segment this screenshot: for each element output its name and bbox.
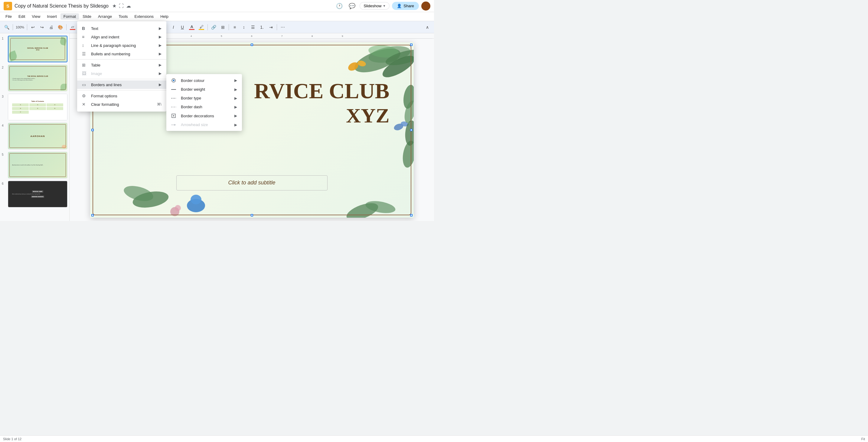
border-weight-label: Border weight (181, 87, 205, 92)
text-color-button[interactable]: A (187, 23, 196, 31)
slide-thumb-2[interactable]: THE SOCIAL SERVICE CLUB • It lends suppo… (8, 65, 67, 91)
slide-num-2: 2 (2, 65, 6, 69)
format-image-item: 🖼 Image ▶ (77, 69, 166, 78)
selection-handle-bottom-right[interactable] (410, 214, 412, 217)
undo-button[interactable]: ↩ (29, 23, 37, 31)
border-weight-item[interactable]: Border weight ▶ (166, 85, 242, 94)
redo-button[interactable]: ↪ (38, 23, 46, 31)
slide-thumb-6[interactable]: MEDICAL CAMP A free medical and eye chec… (8, 181, 67, 208)
menu-edit[interactable]: Edit (16, 13, 28, 20)
format-bullets-item[interactable]: ☰ Bullets and numbering ▶ (77, 50, 166, 58)
underline-button[interactable]: U (178, 23, 187, 31)
slide-thumb-inner-6: MEDICAL CAMP A free medical and eye chec… (8, 181, 67, 207)
slide-item-5[interactable]: 5 Aarohan strives to work for the welfar… (2, 152, 67, 178)
selection-handle-middle-right[interactable] (410, 129, 412, 131)
slide-item-6[interactable]: 6 MEDICAL CAMP A free medical and eye ch… (2, 181, 67, 208)
format-menu-section-3: ▭ Borders and lines ▶ (77, 79, 166, 90)
slide-6-content: A free medical and eye check-up is condu… (12, 193, 63, 195)
text-color-bar (189, 29, 194, 30)
print-button[interactable]: 🖨 (47, 23, 55, 31)
subtitle-placeholder[interactable]: Click to add subtitle (176, 175, 328, 190)
star-icon[interactable]: ★ (112, 3, 117, 9)
share-label: Share (403, 4, 414, 8)
clear-formatting-label: Clear formatting (91, 102, 119, 107)
format-table-item[interactable]: ⊞ Table ▶ (77, 61, 166, 69)
indent-button[interactable]: ⇥ (267, 23, 275, 31)
menu-view[interactable]: View (29, 13, 43, 20)
border-type-item[interactable]: Border type ▶ (166, 94, 242, 102)
cloud-icon[interactable]: ☁ (126, 3, 131, 9)
selection-handle-top-center[interactable] (251, 43, 253, 46)
border-decorations-icon (171, 114, 178, 118)
format-spacing-item[interactable]: ↕ Line & paragraph spacing ▶ (77, 41, 166, 50)
format-options-item[interactable]: ⚙ Format options (77, 92, 166, 100)
table-menu-icon: ⊞ (82, 63, 88, 67)
slide-item-2[interactable]: 2 THE SOCIAL SERVICE CLUB • It lends sup… (2, 65, 67, 91)
arrowhead-size-icon (171, 123, 178, 126)
menu-help[interactable]: Help (157, 13, 172, 20)
svg-point-24 (122, 183, 155, 203)
svg-text:6: 6 (251, 35, 252, 37)
align-button[interactable]: ≡ (230, 23, 239, 31)
history-button[interactable]: 🕐 (334, 1, 344, 10)
menu-slide[interactable]: Slide (80, 13, 94, 20)
menu-arrange[interactable]: Arrange (95, 13, 115, 20)
border-decorations-item[interactable]: Border decorations ▶ (166, 111, 242, 120)
slide-item-4[interactable]: 4 AAROHAN (2, 123, 67, 149)
selection-handle-middle-left[interactable] (91, 129, 94, 131)
bullets-arrow-icon: ▶ (159, 52, 161, 56)
insert-button[interactable]: ⊞ (219, 23, 227, 31)
border-colour-item[interactable]: Border colour ▶ (166, 76, 242, 85)
share-button[interactable]: 👤 Share (392, 2, 419, 10)
list-button[interactable]: ☰ (249, 23, 257, 31)
selection-handle-top-right[interactable] (410, 43, 412, 46)
avatar[interactable] (421, 1, 430, 10)
italic-button[interactable]: I (169, 23, 178, 31)
line-spacing-button[interactable]: ↕ (240, 23, 248, 31)
menu-tools[interactable]: Tools (116, 13, 131, 20)
numbered-list-button[interactable]: 1. (258, 23, 266, 31)
collapse-toolbar-button[interactable]: ∧ (423, 23, 432, 31)
slide-thumb-4[interactable]: AAROHAN (8, 123, 67, 149)
more-button[interactable]: ⋯ (279, 23, 287, 31)
search-button[interactable]: 🔍 (2, 23, 11, 31)
slide-thumb-1[interactable]: SOCIAL SERVICE CLUBXYZ (8, 36, 67, 62)
border-type-icon (171, 98, 178, 99)
selection-handle-bottom-left[interactable] (91, 214, 94, 217)
format-text-item[interactable]: B Text ▶ (77, 24, 166, 33)
svg-point-16 (357, 60, 367, 67)
bullets-menu-icon: ☰ (82, 52, 88, 56)
format-align-item[interactable]: ≡ Align and indent ▶ (77, 33, 166, 41)
divider-2 (27, 24, 27, 30)
slide-thumb-3[interactable]: Table of Contents 01 02 03 04 05 06 07 (8, 94, 67, 120)
menu-insert[interactable]: Insert (44, 13, 60, 20)
menu-extensions[interactable]: Extensions (131, 13, 157, 20)
highlight-button[interactable]: 🖊 (197, 23, 206, 31)
zoom-button[interactable]: 100% (14, 23, 25, 31)
menu-file[interactable]: File (2, 13, 15, 20)
border-dash-item[interactable]: Border dash ▶ (166, 102, 242, 111)
slide-thumb-5[interactable]: Aarohan strives to work for the welfare … (8, 152, 67, 178)
doc-title[interactable]: Copy of Natural Science Thesis by Slides… (14, 3, 108, 9)
arrowhead-size-item: Arrowhead size ▶ (166, 120, 242, 129)
border-type-label: Border type (181, 96, 201, 100)
comment-button[interactable]: 💬 (347, 1, 357, 10)
selection-handle-bottom-center[interactable] (251, 214, 253, 217)
format-text-label: Text (91, 26, 98, 31)
menu-format[interactable]: Format (61, 13, 79, 20)
link-button[interactable]: 🔗 (209, 23, 218, 31)
format-borders-item[interactable]: ▭ Borders and lines ▶ (77, 81, 166, 89)
border-decorations-arrow-icon: ▶ (235, 114, 237, 118)
paint-format-button[interactable]: 🎨 (56, 23, 65, 31)
border-colour-arrow-icon: ▶ (235, 78, 237, 83)
clear-formatting-item[interactable]: ✕ Clear formatting ⌘\ (77, 100, 166, 108)
slide-item-3[interactable]: 3 Table of Contents 01 02 03 04 05 06 07 (2, 94, 67, 120)
format-options-icon: ⚙ (82, 93, 88, 98)
border-color-icon: ▱ (71, 25, 74, 29)
svg-point-11 (367, 43, 412, 66)
slideshow-button[interactable]: Slideshow ▼ (360, 2, 390, 10)
border-color-button[interactable]: ▱ (68, 23, 77, 31)
slide-main-title[interactable]: RVICE CLUB XYZ (254, 78, 390, 128)
slide-item-1[interactable]: 1 SOCIAL SERVICE CLUBXYZ (2, 36, 67, 62)
slides-icon[interactable]: ⛶ (119, 3, 124, 9)
